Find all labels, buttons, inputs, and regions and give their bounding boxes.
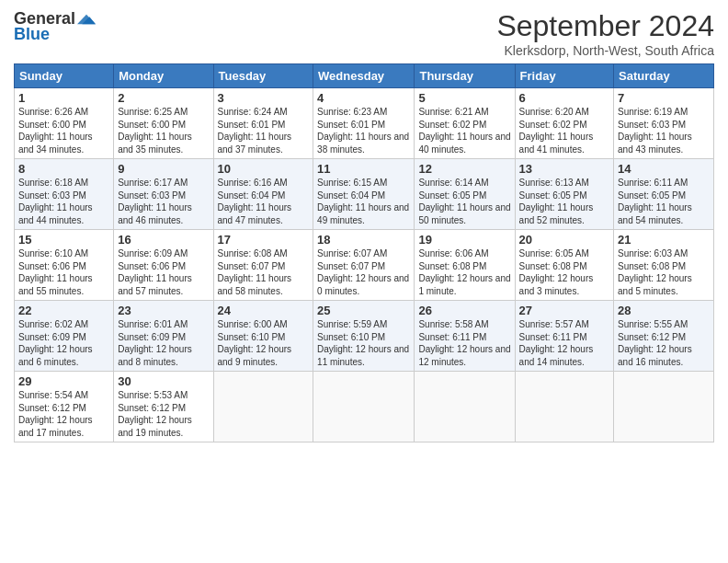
day-number: 27	[519, 304, 609, 317]
calendar-cell: 15Sunrise: 6:10 AM Sunset: 6:06 PM Dayli…	[15, 230, 114, 301]
day-number: 5	[418, 91, 510, 105]
calendar-cell: 30Sunrise: 5:53 AM Sunset: 6:12 PM Dayli…	[114, 372, 213, 442]
day-info: Sunrise: 6:19 AM Sunset: 6:03 PM Dayligh…	[618, 106, 710, 155]
day-number: 30	[118, 374, 209, 388]
weekday-header-row: SundayMondayTuesdayWednesdayThursdayFrid…	[15, 64, 714, 88]
day-number: 7	[618, 91, 710, 105]
day-number: 6	[519, 91, 609, 105]
day-number: 20	[519, 233, 609, 247]
day-info: Sunrise: 5:57 AM Sunset: 6:11 PM Dayligh…	[519, 318, 609, 368]
logo-blue: Blue	[14, 25, 50, 44]
weekday-monday: Monday	[114, 64, 213, 88]
week-row-5: 29Sunrise: 5:54 AM Sunset: 6:12 PM Dayli…	[15, 372, 714, 442]
day-number: 10	[218, 162, 310, 176]
header: General Blue September 2024 Klerksdorp, …	[14, 9, 714, 58]
calendar-cell: 19Sunrise: 6:06 AM Sunset: 6:08 PM Dayli…	[415, 230, 515, 301]
calendar-cell: 16Sunrise: 6:09 AM Sunset: 6:06 PM Dayli…	[114, 230, 213, 301]
calendar-cell: 26Sunrise: 5:58 AM Sunset: 6:11 PM Dayli…	[415, 301, 515, 372]
day-info: Sunrise: 6:16 AM Sunset: 6:04 PM Dayligh…	[218, 177, 310, 226]
calendar-cell: 8Sunrise: 6:18 AM Sunset: 6:03 PM Daylig…	[15, 159, 114, 230]
day-info: Sunrise: 5:55 AM Sunset: 6:12 PM Dayligh…	[618, 318, 710, 368]
weekday-wednesday: Wednesday	[313, 64, 415, 88]
day-info: Sunrise: 6:00 AM Sunset: 6:10 PM Dayligh…	[218, 318, 310, 368]
day-info: Sunrise: 6:08 AM Sunset: 6:07 PM Dayligh…	[218, 247, 310, 297]
calendar-cell: 1Sunrise: 6:26 AM Sunset: 6:00 PM Daylig…	[15, 88, 114, 159]
day-number: 4	[317, 91, 410, 105]
day-info: Sunrise: 6:11 AM Sunset: 6:05 PM Dayligh…	[618, 177, 710, 226]
calendar-cell: 18Sunrise: 6:07 AM Sunset: 6:07 PM Dayli…	[313, 230, 415, 301]
day-info: Sunrise: 6:20 AM Sunset: 6:02 PM Dayligh…	[519, 106, 609, 155]
calendar-cell: 9Sunrise: 6:17 AM Sunset: 6:03 PM Daylig…	[114, 159, 213, 230]
day-number: 12	[418, 162, 510, 176]
day-number: 28	[618, 304, 710, 317]
calendar-cell: 13Sunrise: 6:13 AM Sunset: 6:05 PM Dayli…	[515, 159, 613, 230]
week-row-1: 1Sunrise: 6:26 AM Sunset: 6:00 PM Daylig…	[15, 88, 714, 159]
day-info: Sunrise: 6:10 AM Sunset: 6:06 PM Dayligh…	[18, 247, 109, 297]
month-title: September 2024	[496, 9, 714, 43]
week-row-4: 22Sunrise: 6:02 AM Sunset: 6:09 PM Dayli…	[15, 301, 714, 372]
calendar-cell: 29Sunrise: 5:54 AM Sunset: 6:12 PM Dayli…	[15, 372, 114, 442]
day-number: 1	[18, 91, 109, 105]
calendar: SundayMondayTuesdayWednesdayThursdayFrid…	[14, 63, 714, 442]
calendar-cell: 20Sunrise: 6:05 AM Sunset: 6:08 PM Dayli…	[515, 230, 613, 301]
day-info: Sunrise: 6:17 AM Sunset: 6:03 PM Dayligh…	[118, 177, 209, 226]
day-info: Sunrise: 6:14 AM Sunset: 6:05 PM Dayligh…	[418, 177, 510, 226]
week-row-2: 8Sunrise: 6:18 AM Sunset: 6:03 PM Daylig…	[15, 159, 714, 230]
day-number: 17	[218, 233, 310, 247]
calendar-cell: 2Sunrise: 6:25 AM Sunset: 6:00 PM Daylig…	[114, 88, 213, 159]
day-info: Sunrise: 6:02 AM Sunset: 6:09 PM Dayligh…	[18, 318, 109, 368]
day-number: 14	[618, 162, 710, 176]
weekday-friday: Friday	[515, 64, 613, 88]
day-number: 25	[317, 304, 410, 317]
day-number: 26	[418, 304, 510, 317]
calendar-cell	[515, 372, 613, 442]
day-info: Sunrise: 6:03 AM Sunset: 6:08 PM Dayligh…	[618, 247, 710, 297]
calendar-cell: 14Sunrise: 6:11 AM Sunset: 6:05 PM Dayli…	[614, 159, 714, 230]
day-info: Sunrise: 6:18 AM Sunset: 6:03 PM Dayligh…	[18, 177, 109, 226]
calendar-cell: 5Sunrise: 6:21 AM Sunset: 6:02 PM Daylig…	[415, 88, 515, 159]
title-block: September 2024 Klerksdorp, North-West, S…	[496, 9, 714, 58]
calendar-cell	[313, 372, 415, 442]
day-info: Sunrise: 5:54 AM Sunset: 6:12 PM Dayligh…	[18, 389, 109, 439]
calendar-cell	[213, 372, 313, 442]
calendar-cell	[614, 372, 714, 442]
calendar-cell: 24Sunrise: 6:00 AM Sunset: 6:10 PM Dayli…	[213, 301, 313, 372]
day-number: 29	[18, 374, 109, 388]
day-info: Sunrise: 6:15 AM Sunset: 6:04 PM Dayligh…	[317, 177, 410, 226]
day-info: Sunrise: 6:23 AM Sunset: 6:01 PM Dayligh…	[317, 106, 410, 155]
day-number: 24	[218, 304, 310, 317]
day-number: 18	[317, 233, 410, 247]
weekday-tuesday: Tuesday	[213, 64, 313, 88]
day-info: Sunrise: 6:26 AM Sunset: 6:00 PM Dayligh…	[18, 106, 109, 155]
logo: General Blue	[14, 9, 96, 44]
calendar-cell: 27Sunrise: 5:57 AM Sunset: 6:11 PM Dayli…	[515, 301, 613, 372]
calendar-cell: 21Sunrise: 6:03 AM Sunset: 6:08 PM Dayli…	[614, 230, 714, 301]
weekday-saturday: Saturday	[614, 64, 714, 88]
day-info: Sunrise: 6:07 AM Sunset: 6:07 PM Dayligh…	[317, 247, 410, 297]
day-number: 11	[317, 162, 410, 176]
calendar-cell: 28Sunrise: 5:55 AM Sunset: 6:12 PM Dayli…	[614, 301, 714, 372]
day-number: 15	[18, 233, 109, 247]
day-number: 21	[618, 233, 710, 247]
day-info: Sunrise: 5:53 AM Sunset: 6:12 PM Dayligh…	[118, 389, 209, 439]
day-number: 2	[118, 91, 209, 105]
day-number: 8	[18, 162, 109, 176]
weekday-thursday: Thursday	[415, 64, 515, 88]
week-row-3: 15Sunrise: 6:10 AM Sunset: 6:06 PM Dayli…	[15, 230, 714, 301]
weekday-sunday: Sunday	[15, 64, 114, 88]
calendar-cell: 10Sunrise: 6:16 AM Sunset: 6:04 PM Dayli…	[213, 159, 313, 230]
subtitle: Klerksdorp, North-West, South Africa	[496, 43, 714, 58]
calendar-cell: 17Sunrise: 6:08 AM Sunset: 6:07 PM Dayli…	[213, 230, 313, 301]
day-number: 22	[18, 304, 109, 317]
calendar-cell: 23Sunrise: 6:01 AM Sunset: 6:09 PM Dayli…	[114, 301, 213, 372]
day-number: 23	[118, 304, 209, 317]
calendar-cell: 7Sunrise: 6:19 AM Sunset: 6:03 PM Daylig…	[614, 88, 714, 159]
day-number: 13	[519, 162, 609, 176]
page-container: General Blue September 2024 Klerksdorp, …	[0, 0, 728, 447]
day-info: Sunrise: 5:58 AM Sunset: 6:11 PM Dayligh…	[418, 318, 510, 368]
day-info: Sunrise: 6:05 AM Sunset: 6:08 PM Dayligh…	[519, 247, 609, 297]
day-number: 19	[418, 233, 510, 247]
day-info: Sunrise: 6:13 AM Sunset: 6:05 PM Dayligh…	[519, 177, 609, 226]
logo-icon	[77, 10, 96, 29]
day-number: 3	[218, 91, 310, 105]
